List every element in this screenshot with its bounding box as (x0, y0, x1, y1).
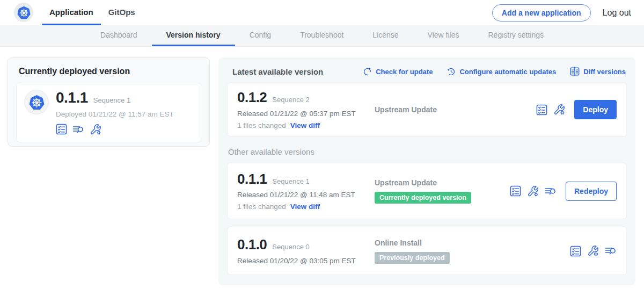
preflight-checks-icon[interactable] (570, 246, 581, 257)
files-changed-label: 1 files changed (237, 203, 286, 211)
files-changed-label: 1 files changed (237, 121, 286, 129)
kubernetes-app-icon (28, 94, 45, 111)
currently-deployed-badge: Currently deployed version (375, 192, 471, 204)
preflight-checks-icon[interactable] (56, 124, 67, 135)
tab-gitops[interactable]: GitOps (101, 0, 143, 25)
logout-button[interactable]: Log out (603, 8, 631, 18)
check-for-update-label: Check for update (376, 68, 433, 76)
released-timestamp: Released 01/21/22 @ 11:48 am EST (237, 191, 375, 199)
subnav-label: Config (250, 31, 271, 39)
version-row-source: Upstream Update (375, 105, 536, 114)
version-number: 0.1.2 (237, 90, 267, 105)
panel-actions: Check for update Configure automatic upd… (363, 67, 626, 76)
version-row-actions: Redeploy (510, 182, 617, 201)
subnav-label: Registry settings (488, 31, 544, 39)
panel-header: Latest available version Check for updat… (227, 66, 627, 76)
deployed-card-title: Currently deployed version (19, 67, 201, 76)
subnav-tab-version-history[interactable]: Version history (152, 25, 235, 46)
configure-auto-updates-label: Configure automatic updates (459, 68, 556, 76)
subnav-label: Troubleshoot (300, 31, 343, 39)
header-tabs: Application GitOps (42, 0, 143, 25)
source-label: Online Install (375, 239, 570, 247)
config-icon[interactable] (90, 124, 101, 135)
check-for-update-link[interactable]: Check for update (363, 67, 433, 76)
app-icon (24, 90, 49, 114)
deployed-timestamp: Deployed 01/21/22 @ 11:57 am EST (56, 110, 174, 118)
version-row-0-1-0: 0.1.0 Sequence 0 Released 01/20/22 @ 03:… (227, 227, 627, 275)
source-label: Upstream Update (375, 105, 536, 114)
subnav-label: Version history (166, 31, 221, 39)
sequence-label: Sequence 2 (272, 96, 309, 104)
subnav-tab-license[interactable]: License (358, 25, 413, 46)
deployed-sequence-label: Sequence 1 (93, 96, 130, 104)
deployed-version-number: 0.1.1 (56, 90, 88, 106)
latest-version-heading: Latest available version (232, 67, 323, 76)
app-subnav: Dashboard Version history Config Trouble… (0, 25, 644, 47)
tab-application[interactable]: Application (42, 0, 101, 25)
kubernetes-logo-icon (17, 5, 31, 20)
version-row-left: 0.1.0 Sequence 0 Released 01/20/22 @ 03:… (237, 237, 375, 265)
diff-versions-label: Diff versions (583, 68, 626, 76)
version-row-source: Online Install Previously deployed (375, 239, 570, 264)
deploy-button[interactable]: Deploy (574, 100, 617, 119)
redeploy-button[interactable]: Redeploy (566, 182, 617, 201)
version-number: 0.1.1 (237, 171, 267, 187)
version-row-actions: Deploy (536, 100, 617, 119)
app-logo (14, 3, 33, 22)
add-application-button[interactable]: Add a new application (492, 4, 591, 21)
subnav-tab-dashboard[interactable]: Dashboard (86, 25, 152, 46)
admin-console-screen: Application GitOps Add a new application… (0, 0, 644, 303)
deployed-info: 0.1.1 Sequence 1 Deployed 01/21/22 @ 11:… (56, 90, 174, 135)
source-label: Upstream Update (375, 178, 510, 187)
view-diff-link[interactable]: View diff (290, 203, 320, 211)
deploy-logs-icon[interactable] (72, 124, 84, 135)
preflight-checks-icon[interactable] (536, 104, 547, 116)
subnav-tab-config[interactable]: Config (235, 25, 286, 46)
sequence-label: Sequence 0 (272, 243, 309, 251)
config-view-icon[interactable] (587, 245, 599, 257)
configure-auto-updates-link[interactable]: Configure automatic updates (447, 67, 556, 76)
version-number: 0.1.0 (237, 237, 267, 252)
version-row-0-1-1: 0.1.1 Sequence 1 Released 01/21/22 @ 11:… (227, 163, 627, 219)
subnav-label: Dashboard (100, 31, 137, 39)
released-timestamp: Released 01/21/22 @ 05:37 pm EST (237, 110, 375, 118)
diff-versions-icon (570, 67, 580, 76)
other-versions-heading: Other available versions (228, 147, 627, 156)
currently-deployed-card: Currently deployed version 0.1 (8, 57, 210, 147)
auto-update-icon (447, 67, 456, 76)
subnav-tab-view-files[interactable]: View files (413, 25, 474, 46)
version-row-actions (570, 245, 617, 257)
tab-application-label: Application (49, 8, 93, 17)
sequence-label: Sequence 1 (272, 177, 309, 185)
header-right: Add a new application Log out (492, 0, 644, 25)
subnav-tab-troubleshoot[interactable]: Troubleshoot (286, 25, 358, 46)
app-header: Application GitOps Add a new application… (0, 0, 644, 25)
deploy-logs-icon[interactable] (605, 245, 617, 257)
preflight-checks-icon[interactable] (510, 185, 521, 197)
version-row-source: Upstream Update Currently deployed versi… (375, 178, 510, 204)
deployed-icon-row (56, 124, 174, 135)
subnav-label: View files (428, 31, 459, 39)
subnav-label: License (372, 31, 398, 39)
config-icon[interactable] (527, 185, 539, 197)
deployed-version-tile: 0.1.1 Sequence 1 Deployed 01/21/22 @ 11:… (16, 83, 201, 142)
config-icon[interactable] (553, 104, 565, 116)
diff-versions-link[interactable]: Diff versions (570, 67, 626, 76)
version-history-panel: Latest available version Check for updat… (218, 57, 635, 285)
refresh-icon (363, 67, 372, 76)
deploy-logs-icon[interactable] (545, 185, 557, 197)
released-timestamp: Released 01/20/22 @ 03:05 pm EST (237, 257, 375, 265)
tab-gitops-label: GitOps (108, 8, 135, 17)
version-row-left: 0.1.2 Sequence 2 Released 01/21/22 @ 05:… (237, 90, 375, 129)
previously-deployed-badge: Previously deployed (375, 252, 450, 264)
view-diff-link[interactable]: View diff (290, 121, 320, 129)
version-row-0-1-2: 0.1.2 Sequence 2 Released 01/21/22 @ 05:… (227, 83, 627, 136)
subnav-tab-registry-settings[interactable]: Registry settings (474, 25, 558, 46)
version-row-left: 0.1.1 Sequence 1 Released 01/21/22 @ 11:… (237, 171, 375, 211)
